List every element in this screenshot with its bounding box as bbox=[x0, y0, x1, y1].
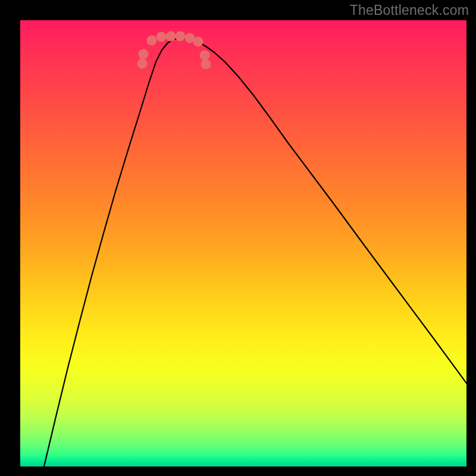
marker-dot bbox=[147, 36, 157, 46]
marker-dot bbox=[166, 32, 176, 42]
marker-dot bbox=[201, 60, 211, 70]
marker-dot bbox=[176, 32, 186, 42]
marker-group bbox=[137, 32, 211, 70]
marker-dot bbox=[139, 49, 149, 60]
v-curve-path bbox=[44, 38, 466, 466]
chart-frame: TheBottleneck.com bbox=[0, 0, 476, 476]
marker-dot bbox=[156, 32, 167, 42]
marker-dot bbox=[137, 59, 148, 69]
plot-area bbox=[20, 20, 466, 466]
watermark-text: TheBottleneck.com bbox=[350, 2, 469, 18]
marker-dot bbox=[200, 51, 210, 61]
chart-svg bbox=[20, 20, 466, 466]
marker-dot bbox=[193, 37, 203, 47]
